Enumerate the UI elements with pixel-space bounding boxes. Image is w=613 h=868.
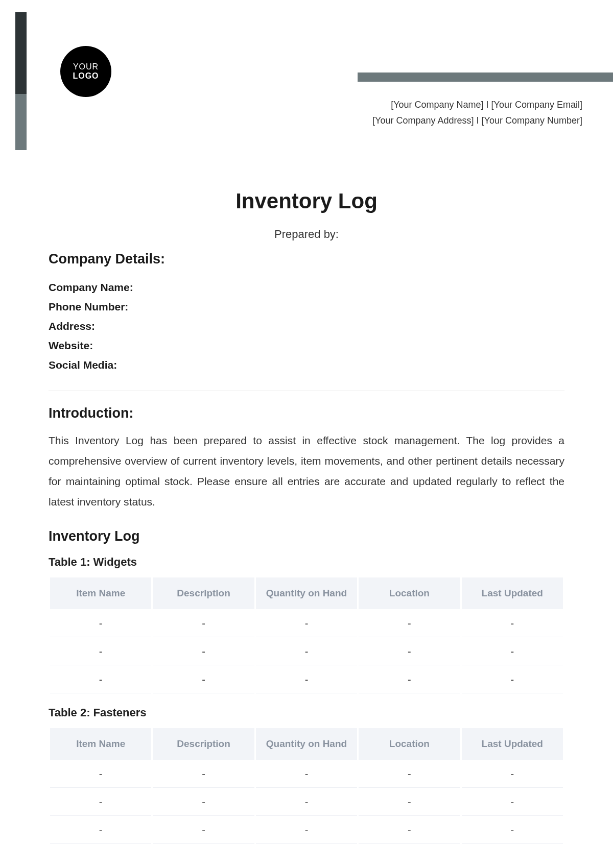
column-header: Item Name xyxy=(50,577,151,609)
table-title: Table 1: Widgets xyxy=(49,556,564,569)
table-cell: - xyxy=(153,761,254,788)
table-cell: - xyxy=(153,667,254,693)
introduction-text: This Inventory Log has been prepared to … xyxy=(49,430,564,512)
table-cell: - xyxy=(153,789,254,816)
table-row: ----- xyxy=(50,789,563,816)
table-cell: - xyxy=(462,817,563,844)
column-header: Description xyxy=(153,577,254,609)
table-cell: - xyxy=(256,611,357,637)
column-header: Quantity on Hand xyxy=(256,577,357,609)
company-line-1: [Your Company Name] I [Your Company Emai… xyxy=(372,97,582,113)
company-details-list: Company Name: Phone Number: Address: Web… xyxy=(49,281,564,371)
logo-line2: LOGO xyxy=(73,71,99,81)
table-row: ----- xyxy=(50,611,563,637)
column-header: Item Name xyxy=(50,728,151,760)
column-header: Location xyxy=(359,577,460,609)
table-row: ----- xyxy=(50,761,563,788)
column-header: Last Updated xyxy=(462,577,563,609)
table-cell: - xyxy=(153,639,254,665)
table-cell: - xyxy=(462,667,563,693)
tables-container: Table 1: WidgetsItem NameDescriptionQuan… xyxy=(49,556,564,846)
table-cell: - xyxy=(359,667,460,693)
table-row: ----- xyxy=(50,639,563,665)
table-cell: - xyxy=(256,789,357,816)
table-row: ----- xyxy=(50,667,563,693)
table-cell: - xyxy=(359,639,460,665)
table-cell: - xyxy=(256,761,357,788)
table-cell: - xyxy=(153,817,254,844)
table-cell: - xyxy=(462,611,563,637)
field-phone: Phone Number: xyxy=(49,301,564,313)
table-cell: - xyxy=(359,611,460,637)
document-title: Inventory Log xyxy=(49,189,564,213)
table-cell: - xyxy=(50,789,151,816)
table-cell: - xyxy=(462,789,563,816)
column-header: Quantity on Hand xyxy=(256,728,357,760)
inventory-heading: Inventory Log xyxy=(49,528,564,544)
table-cell: - xyxy=(256,817,357,844)
divider xyxy=(49,391,564,391)
field-social: Social Media: xyxy=(49,359,564,371)
table-cell: - xyxy=(50,667,151,693)
table-row: ----- xyxy=(50,817,563,844)
inventory-table: Item NameDescriptionQuantity on HandLoca… xyxy=(49,576,564,695)
document-content: Inventory Log Prepared by: Company Detai… xyxy=(49,189,564,846)
field-website: Website: xyxy=(49,340,564,352)
column-header: Description xyxy=(153,728,254,760)
header-accent-bar xyxy=(358,73,613,82)
table-cell: - xyxy=(153,611,254,637)
company-details-heading: Company Details: xyxy=(49,251,564,267)
table-cell: - xyxy=(359,761,460,788)
column-header: Location xyxy=(359,728,460,760)
logo-placeholder: YOUR LOGO xyxy=(60,46,111,97)
introduction-heading: Introduction: xyxy=(49,405,564,421)
field-company-name: Company Name: xyxy=(49,281,564,294)
table-cell: - xyxy=(50,639,151,665)
logo-line1: YOUR xyxy=(73,62,99,71)
inventory-table: Item NameDescriptionQuantity on HandLoca… xyxy=(49,727,564,846)
table-cell: - xyxy=(462,639,563,665)
table-cell: - xyxy=(462,761,563,788)
table-title: Table 2: Fasteners xyxy=(49,706,564,719)
company-header-lines: [Your Company Name] I [Your Company Emai… xyxy=(372,97,582,128)
field-address: Address: xyxy=(49,320,564,332)
table-cell: - xyxy=(359,817,460,844)
table-cell: - xyxy=(256,667,357,693)
table-cell: - xyxy=(50,611,151,637)
side-accent xyxy=(15,12,27,150)
column-header: Last Updated xyxy=(462,728,563,760)
table-cell: - xyxy=(50,817,151,844)
table-cell: - xyxy=(50,761,151,788)
company-line-2: [Your Company Address] I [Your Company N… xyxy=(372,113,582,129)
prepared-by-label: Prepared by: xyxy=(49,228,564,241)
table-cell: - xyxy=(256,639,357,665)
table-cell: - xyxy=(359,789,460,816)
